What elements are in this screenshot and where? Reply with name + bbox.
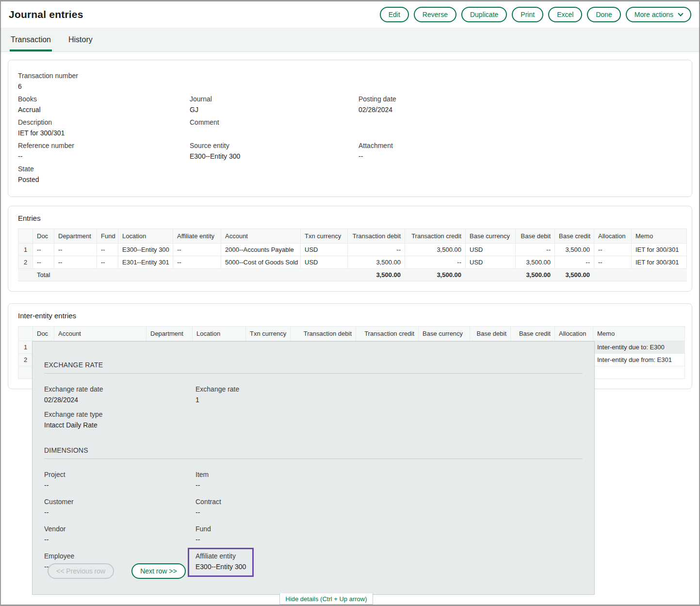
page-title: Journal entries bbox=[9, 9, 83, 20]
more-actions-label: More actions bbox=[635, 10, 673, 19]
chevron-down-icon bbox=[678, 11, 683, 16]
tab-bar: Transaction History bbox=[1, 28, 699, 52]
field-contract: Contract -- bbox=[195, 498, 594, 517]
field-books: Books Accrual bbox=[18, 95, 190, 114]
dimensions-heading: DIMENSIONS bbox=[44, 446, 583, 454]
done-button[interactable]: Done bbox=[587, 7, 620, 22]
field-exchange-rate-date: Exchange rate date 02/28/2024 bbox=[44, 385, 195, 404]
reverse-button[interactable]: Reverse bbox=[414, 7, 456, 22]
field-exchange-rate-type: Exchange rate type Intacct Daily Rate bbox=[44, 410, 195, 429]
field-description: Description IET for 300/301 bbox=[18, 118, 190, 137]
entries-header-row: Doc Department Fund Location Affiliate e… bbox=[18, 229, 687, 244]
entries-table: Doc Department Fund Location Affiliate e… bbox=[18, 229, 687, 281]
field-source-entity: Source entity E300--Entity 300 bbox=[190, 142, 358, 161]
field-comment: Comment bbox=[190, 118, 358, 137]
field-vendor: Vendor -- bbox=[44, 525, 195, 544]
edit-button[interactable]: Edit bbox=[380, 7, 409, 22]
divider bbox=[44, 373, 583, 374]
previous-row-button[interactable]: << Previous row bbox=[48, 563, 114, 579]
toolbar: Edit Reverse Duplicate Print Excel Done … bbox=[380, 7, 691, 22]
field-journal: Journal GJ bbox=[190, 95, 358, 114]
entries-card: Entries Doc Department Fund Location A bbox=[8, 206, 692, 292]
field-customer: Customer -- bbox=[44, 498, 195, 517]
field-fund: Fund -- bbox=[195, 525, 594, 544]
exchange-rate-heading: EXCHANGE RATE bbox=[44, 361, 583, 369]
print-button[interactable]: Print bbox=[512, 7, 543, 22]
affiliate-entity-highlight-box: Affiliate entity E300--Entity 300 bbox=[188, 548, 254, 577]
content: Transaction number 6 Books Accrual Journ… bbox=[1, 52, 699, 389]
journal-entries-page: Journal entries Edit Reverse Duplicate P… bbox=[0, 0, 700, 606]
entries-total-row: Total 3,500.00 3,500.00 3,500.00 3,500.0… bbox=[18, 269, 687, 281]
tab-history[interactable]: History bbox=[67, 28, 94, 51]
tab-transaction[interactable]: Transaction bbox=[10, 28, 52, 51]
duplicate-button[interactable]: Duplicate bbox=[461, 7, 507, 22]
field-attachment: Attachment -- bbox=[358, 142, 682, 161]
inter-entity-header-row: Doc Account Department Location Txn curr… bbox=[18, 327, 685, 341]
inter-entity-title: Inter-entity entries bbox=[18, 311, 682, 320]
field-affiliate-entity: Affiliate entity E300--Entity 300 bbox=[195, 552, 594, 571]
field-transaction-number: Transaction number 6 bbox=[18, 72, 190, 91]
field-exchange-rate: Exchange rate 1 bbox=[195, 385, 594, 404]
field-reference-number: Reference number -- bbox=[18, 142, 190, 161]
hide-details-tab[interactable]: Hide details (Ctrl + Up arrow) bbox=[279, 593, 373, 605]
divider bbox=[44, 459, 583, 459]
field-posting-date: Posting date 02/28/2024 bbox=[358, 95, 682, 114]
row-details-panel: EXCHANGE RATE Exchange rate date 02/28/2… bbox=[32, 341, 595, 595]
entries-title: Entries bbox=[18, 214, 682, 222]
next-row-button[interactable]: Next row >> bbox=[131, 563, 185, 579]
excel-button[interactable]: Excel bbox=[548, 7, 582, 22]
more-actions-button[interactable]: More actions bbox=[626, 7, 691, 22]
field-project: Project -- bbox=[44, 471, 195, 490]
field-state: State Posted bbox=[18, 165, 190, 184]
entries-total-label: Total bbox=[33, 269, 348, 281]
field-item: Item -- bbox=[195, 471, 594, 490]
transaction-details-card: Transaction number 6 Books Accrual Journ… bbox=[8, 60, 692, 197]
entries-row-1[interactable]: 1 -- -- -- E300--Entity 300 -- 2000--Acc… bbox=[18, 244, 687, 256]
entries-row-2[interactable]: 2 -- -- -- E301--Entity 301 -- 5000--Cos… bbox=[18, 256, 687, 269]
top-bar: Journal entries Edit Reverse Duplicate P… bbox=[1, 1, 699, 28]
